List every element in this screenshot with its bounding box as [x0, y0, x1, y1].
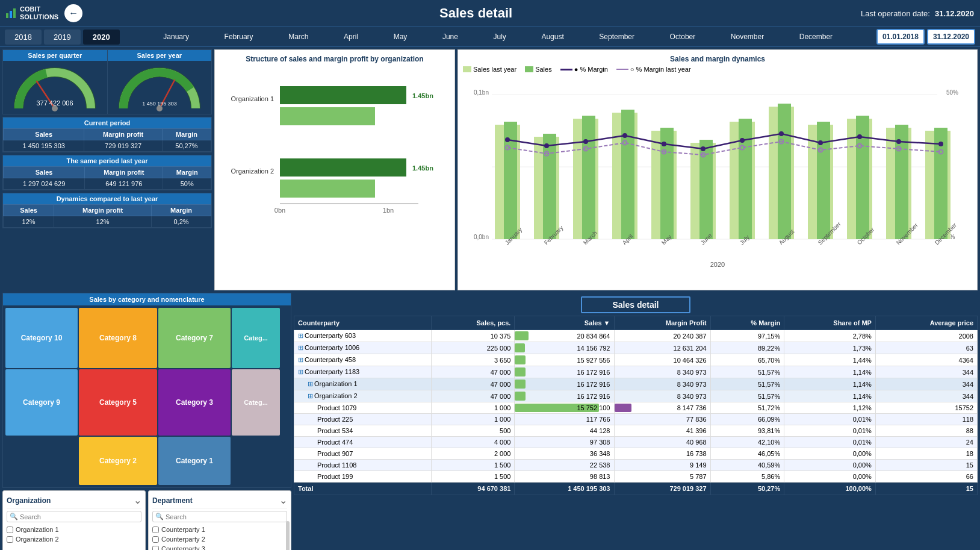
table-row[interactable]: Product 534 500 44 128 41 396 93,81% 0,0…: [294, 425, 978, 437]
org-filter-chevron[interactable]: ⌄: [134, 495, 141, 506]
last-year-title: The same period last year: [3, 155, 211, 166]
table-row[interactable]: Product 1079 1 000 15 752 100 8 147 736 …: [294, 402, 978, 414]
month-tab-apr[interactable]: April: [344, 33, 358, 41]
svg-text:0bn: 0bn: [274, 207, 285, 214]
org-item-1[interactable]: Organization 1: [7, 525, 141, 534]
table-row[interactable]: ⊞Counterparty 603 10 375 20 834 864 20 2…: [294, 330, 978, 342]
back-button[interactable]: ←: [64, 4, 82, 22]
table-row[interactable]: Product 1108 1 500 22 538 9 149 40,59% 0…: [294, 460, 978, 471]
legend-sales: Sales: [525, 66, 552, 73]
logo-icon: [6, 8, 16, 18]
svg-rect-42: [739, 119, 752, 239]
org-search-input[interactable]: [20, 513, 138, 520]
svg-rect-39: [621, 110, 634, 239]
month-tab-oct[interactable]: October: [670, 33, 696, 41]
dyn-margin-profit: 12%: [54, 216, 152, 228]
month-tab-aug[interactable]: August: [541, 33, 563, 41]
svg-rect-8: [280, 107, 375, 125]
ly-margin-profit: 649 121 976: [85, 178, 163, 190]
dept-search-icon: 🔍: [155, 513, 164, 520]
cat-10[interactable]: Category 10: [5, 308, 78, 368]
month-tab-sep[interactable]: September: [599, 33, 634, 41]
cat-extra2[interactable]: Categ...: [232, 369, 280, 436]
cat-1[interactable]: Category 1: [158, 437, 231, 485]
year-tab-2020[interactable]: 2020: [83, 30, 120, 45]
month-tab-nov[interactable]: November: [731, 33, 764, 41]
dept-item-2[interactable]: Counterparty 2: [152, 534, 285, 544]
table-row[interactable]: Product 225 1 000 117 766 77 836 66,09% …: [294, 414, 978, 425]
col-margin-profit[interactable]: Margin Profit: [614, 316, 710, 330]
col-sales[interactable]: Sales ▼: [515, 316, 614, 330]
svg-text:1bn: 1bn: [383, 207, 394, 214]
month-tab-jan[interactable]: January: [163, 33, 189, 41]
dept-filter-chevron[interactable]: ⌄: [279, 495, 287, 506]
year-tab-2019[interactable]: 2019: [44, 30, 81, 45]
month-tab-may[interactable]: May: [394, 33, 408, 41]
cat-5[interactable]: Category 5: [79, 369, 157, 436]
svg-rect-38: [582, 116, 595, 239]
dept-search-input[interactable]: [166, 513, 284, 520]
col-avg-price[interactable]: Average price: [875, 316, 977, 330]
svg-point-53: [701, 146, 706, 151]
legend-pct-margin: ● % Margin: [560, 66, 608, 73]
total-label: Total: [294, 483, 432, 495]
svg-text:1.45bn: 1.45bn: [412, 164, 433, 172]
dept-item-3[interactable]: Counterparty 3: [152, 544, 285, 550]
total-avg-price: 15: [875, 483, 977, 495]
col-share-mp[interactable]: Share of MP: [784, 316, 876, 330]
cat-8[interactable]: Category 8: [79, 308, 157, 368]
svg-point-52: [662, 142, 666, 146]
svg-point-48: [505, 137, 510, 142]
cat-3[interactable]: Category 3: [158, 369, 231, 436]
table-row[interactable]: ⊞Counterparty 458 3 650 15 927 556 10 46…: [294, 354, 978, 366]
svg-text:Organization 2: Organization 2: [231, 167, 274, 175]
total-margin-profit: 729 019 327: [614, 483, 710, 495]
month-tab-dec[interactable]: December: [799, 33, 833, 41]
svg-rect-37: [543, 134, 556, 239]
svg-rect-11: [280, 158, 406, 177]
total-share-mp: 100,00%: [784, 483, 876, 495]
svg-text:Organization 1: Organization 1: [231, 95, 274, 102]
dynamics-chart: Sales and margin dynamics Sales last yea…: [457, 49, 978, 290]
svg-point-54: [740, 138, 745, 143]
month-tab-jun[interactable]: June: [442, 33, 458, 41]
ly-margin: 50%: [163, 178, 211, 190]
table-row[interactable]: Product 199 1 500 98 813 5 787 5,86% 0,0…: [294, 471, 978, 483]
svg-text:1.45bn: 1.45bn: [412, 92, 433, 99]
dyn-margin: 0,2%: [152, 216, 211, 228]
cat-7[interactable]: Category 7: [158, 308, 231, 368]
col-pct-margin[interactable]: % Margin: [710, 316, 784, 330]
org-filter-title: Organization: [7, 496, 51, 505]
table-row[interactable]: Product 474 4 000 97 308 40 968 42,10% 0…: [294, 437, 978, 448]
table-row[interactable]: Product 907 2 000 36 348 16 738 46,05% 0…: [294, 448, 978, 460]
svg-text:0,1bn: 0,1bn: [474, 89, 489, 96]
table-row[interactable]: ⊞Organization 1 47 000 16 172 916 8 340 …: [294, 378, 978, 390]
dept-filter-title: Department: [152, 496, 193, 505]
ly-sales: 1 297 024 629: [4, 178, 85, 190]
last-op-label: Last operation date:: [861, 9, 930, 18]
date-from-input[interactable]: 01.01.2018: [876, 29, 925, 45]
month-tab-jul[interactable]: July: [494, 33, 506, 41]
table-row[interactable]: ⊞Organization 2 47 000 16 172 916 8 340 …: [294, 390, 978, 402]
svg-rect-44: [817, 122, 830, 239]
year-tab-2018[interactable]: 2018: [5, 30, 42, 45]
svg-point-57: [857, 134, 862, 139]
table-row[interactable]: ⊞Counterparty 1183 47 000 16 172 916 8 3…: [294, 366, 978, 378]
month-tab-mar[interactable]: March: [288, 33, 308, 41]
table-row[interactable]: ⊞Counterparty 1006 225 000 14 156 792 12…: [294, 342, 978, 354]
category-title: Sales by category and nomenclature: [3, 293, 291, 305]
dept-item-1[interactable]: Counterparty 1: [152, 525, 285, 534]
svg-rect-43: [778, 104, 791, 239]
date-to-input[interactable]: 31.12.2020: [927, 29, 975, 45]
cat-extra1[interactable]: Categ...: [232, 308, 280, 368]
col-sales-pcs[interactable]: Sales, pcs.: [432, 316, 515, 330]
cat-2[interactable]: Category 2: [79, 437, 157, 485]
logo-text: COBITSOLUTIONS: [20, 5, 58, 21]
org-item-2[interactable]: Organization 2: [7, 534, 141, 544]
header: COBITSOLUTIONS ← Sales detail Last opera…: [0, 0, 980, 27]
svg-text:0,0bn: 0,0bn: [474, 234, 489, 240]
org-search-icon: 🔍: [10, 513, 18, 520]
cat-9[interactable]: Category 9: [5, 369, 78, 436]
month-tab-feb[interactable]: February: [225, 33, 253, 41]
dynamics-section: Dynamics compared to last year Sales Mar…: [2, 193, 212, 228]
